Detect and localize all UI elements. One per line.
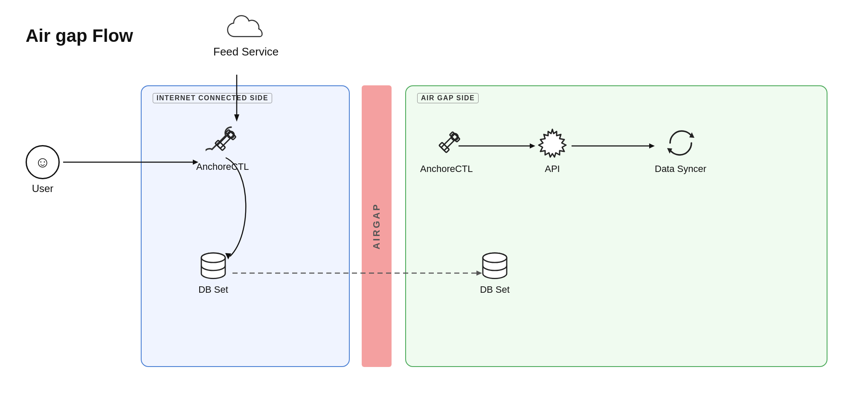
user-icon: ☺ (26, 145, 60, 179)
api-section: API (535, 126, 569, 175)
svg-rect-2 (215, 140, 225, 151)
sync-icon (664, 126, 698, 160)
airgap-label: AIRGAP (371, 203, 382, 250)
db-icon-right (478, 252, 512, 282)
gear-icon (535, 126, 569, 160)
cloud-icon (225, 13, 267, 43)
data-syncer-section: Data Syncer (655, 126, 706, 175)
svg-rect-8 (439, 143, 449, 153)
db-icon-left (196, 252, 230, 282)
db-set-right: DB Set (478, 252, 512, 295)
user-label: User (32, 183, 54, 195)
diagram-container: Air gap Flow Feed Service INTERNET CONNE… (0, 0, 868, 396)
internet-connected-label: INTERNET CONNECTED SIDE (153, 93, 272, 103)
svg-point-5 (201, 253, 225, 262)
airgap-box-label: AIR GAP SIDE (417, 93, 479, 103)
anchorectl-right-label: AnchoreCTL (420, 163, 473, 175)
db-set-left: DB Set (196, 252, 230, 295)
api-label: API (545, 163, 560, 175)
db-left-label: DB Set (198, 284, 228, 295)
wrench-icon-right (430, 126, 464, 160)
feed-service: Feed Service (213, 13, 279, 58)
airgap-bar: AIRGAP (362, 85, 392, 367)
feed-service-label: Feed Service (213, 45, 279, 58)
wrench-icon-left (206, 124, 240, 158)
db-right-label: DB Set (480, 284, 510, 295)
anchorectl-right: AnchoreCTL (420, 126, 473, 175)
page-title: Air gap Flow (26, 26, 133, 46)
svg-point-14 (483, 253, 507, 262)
data-syncer-label: Data Syncer (655, 163, 706, 175)
user-section: ☺ User (26, 145, 60, 195)
anchorectl-left-label: AnchoreCTL (196, 161, 249, 172)
svg-rect-6 (441, 134, 458, 151)
anchorectl-left: AnchoreCTL (196, 124, 249, 172)
